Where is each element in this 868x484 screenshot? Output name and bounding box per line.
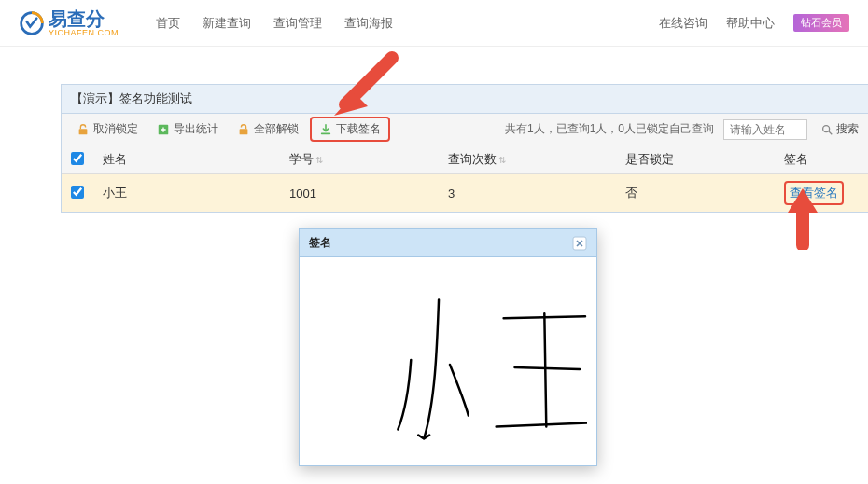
header-checkbox[interactable] bbox=[71, 152, 84, 165]
nav-help-center[interactable]: 帮助中心 bbox=[726, 15, 775, 32]
modal-body bbox=[300, 257, 596, 465]
download-icon bbox=[319, 123, 332, 136]
col-signature[interactable]: 签名 bbox=[775, 145, 868, 174]
table-row: 小王 1001 3 否 查看签名 bbox=[62, 174, 868, 213]
nav-home[interactable]: 首页 bbox=[156, 15, 180, 32]
col-name[interactable]: 姓名 bbox=[93, 145, 280, 174]
export-icon bbox=[157, 123, 170, 136]
nav-query-poster[interactable]: 查询海报 bbox=[344, 15, 393, 32]
main-nav: 首页 新建查询 查询管理 查询海报 bbox=[156, 15, 393, 32]
unlock-label: 取消锁定 bbox=[93, 121, 138, 137]
unlock-all-label: 全部解锁 bbox=[254, 121, 299, 137]
status-text: 共有1人，已查询1人，0人已锁定自己查询 bbox=[505, 121, 714, 137]
logo[interactable]: 易查分 YICHAFEN.COM bbox=[19, 9, 119, 37]
logo-subtext: YICHAFEN.COM bbox=[49, 28, 119, 37]
toolbar: 取消锁定 导出统计 全部解锁 下载签名 共有1人，已查询1人，0人已锁定自己查询… bbox=[62, 114, 868, 145]
top-header: 易查分 YICHAFEN.COM 首页 新建查询 查询管理 查询海报 在线咨询 … bbox=[0, 0, 868, 47]
arrow-annotation-left bbox=[327, 48, 401, 123]
svg-rect-3 bbox=[240, 129, 248, 134]
search-button[interactable]: 搜索 bbox=[815, 118, 864, 140]
close-icon[interactable] bbox=[572, 236, 587, 251]
unlock-icon bbox=[77, 123, 90, 136]
export-label: 导出统计 bbox=[174, 121, 218, 137]
diamond-badge[interactable]: 钻石会员 bbox=[793, 14, 849, 32]
unlock-all-button[interactable]: 全部解锁 bbox=[230, 118, 306, 140]
signature-modal: 签名 bbox=[299, 228, 597, 466]
row-checkbox[interactable] bbox=[71, 186, 84, 199]
col-query-count[interactable]: 查询次数⇅ bbox=[439, 145, 616, 174]
modal-title: 签名 bbox=[309, 235, 331, 251]
panel-title: 【演示】签名功能测试 bbox=[62, 85, 868, 114]
search-label: 搜索 bbox=[836, 121, 859, 137]
modal-header[interactable]: 签名 bbox=[300, 229, 596, 257]
export-stats-button[interactable]: 导出统计 bbox=[149, 118, 226, 140]
logo-text: 易查分 bbox=[49, 9, 119, 28]
unlock-all-icon bbox=[237, 123, 250, 136]
svg-rect-1 bbox=[79, 129, 88, 134]
nav-new-query[interactable]: 新建查询 bbox=[203, 15, 251, 32]
svg-point-4 bbox=[823, 125, 830, 131]
cell-locked: 否 bbox=[616, 174, 775, 213]
cell-query-count: 3 bbox=[439, 174, 616, 213]
data-table: 姓名 学号⇅ 查询次数⇅ 是否锁定 签名 小王 1001 3 否 查看签名 bbox=[62, 145, 868, 212]
nav-online-consult[interactable]: 在线咨询 bbox=[659, 15, 707, 32]
sort-icon: ⇅ bbox=[498, 155, 506, 165]
query-panel: 【演示】签名功能测试 取消锁定 导出统计 全部解锁 下载签名 共有1人，已查询1… bbox=[61, 84, 868, 213]
search-icon bbox=[820, 123, 833, 136]
cell-student-id: 1001 bbox=[280, 174, 439, 213]
cell-name: 小王 bbox=[93, 174, 280, 213]
download-sig-label: 下载签名 bbox=[336, 121, 381, 137]
nav-query-manage[interactable]: 查询管理 bbox=[273, 15, 322, 32]
signature-canvas bbox=[309, 267, 587, 453]
arrow-annotation-right bbox=[775, 185, 831, 250]
nav-right: 在线咨询 帮助中心 钻石会员 bbox=[659, 14, 849, 32]
sort-icon: ⇅ bbox=[315, 155, 323, 165]
col-student-id[interactable]: 学号⇅ bbox=[280, 145, 439, 174]
unlock-button[interactable]: 取消锁定 bbox=[69, 118, 146, 140]
col-locked[interactable]: 是否锁定 bbox=[616, 145, 775, 174]
search-input[interactable] bbox=[723, 119, 807, 140]
logo-icon bbox=[19, 10, 45, 36]
